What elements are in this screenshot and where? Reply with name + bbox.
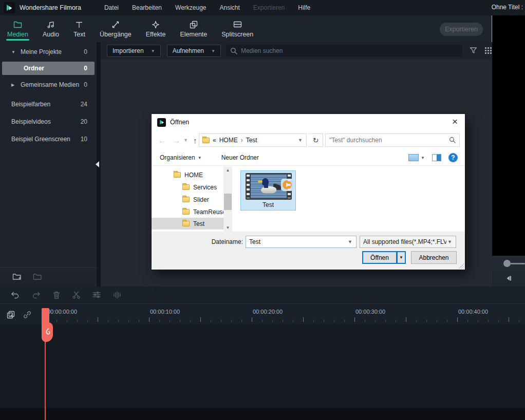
add-to-track-icon[interactable] [6,310,15,319]
tree-scrollbar[interactable]: ▲ ▼ [223,166,232,232]
filename-combobox[interactable]: ▼ [246,236,357,248]
timeline-tracks[interactable] [0,324,525,408]
sidebar-item-label: Beispiel Greenscreen [11,136,70,143]
tab-text[interactable]: Text [66,15,92,42]
sidebar-item-gemeinsame-medien[interactable]: ▶ Gemeinsame Medien 0 [2,78,95,91]
import-button[interactable]: Importieren ▼ [107,45,161,57]
up-icon[interactable]: ↑ [193,136,197,145]
menu-ansicht[interactable]: Ansicht [213,4,247,11]
sidebar-item-meine-projekte[interactable]: ▼ Meine Projekte 0 [2,45,95,59]
tree-item-test[interactable]: Test [152,218,223,230]
filename-input[interactable] [249,238,344,245]
grid-view-icon[interactable] [484,47,492,55]
audio-sync-icon [113,291,122,300]
folder-icon [182,184,190,190]
tree-item-home[interactable]: HOME [152,169,223,181]
record-button[interactable]: Aufnehmen ▼ [167,45,221,57]
tab-elemente[interactable]: Elemente [173,15,214,42]
new-folder-icon[interactable] [12,273,22,282]
back-icon[interactable]: ← [158,136,166,145]
help-icon[interactable]: ? [448,153,458,162]
dialog-search-input[interactable] [329,137,445,144]
view-switcher-button[interactable]: ▼ [408,154,425,161]
item-count: 0 [84,65,87,72]
breadcrumb-home[interactable]: HOME [219,137,238,144]
chevron-down-icon: ▼ [211,49,215,53]
refresh-button[interactable]: ↻ [309,133,323,147]
sidebar-item-beispielvideos[interactable]: Beispielvideos 20 [2,115,95,128]
link-icon[interactable] [23,310,32,319]
sidebar-item-beispiel-greenscreen[interactable]: Beispiel Greenscreen 10 [2,132,95,146]
tree-label: Test [193,220,204,227]
timeline-ruler[interactable]: 00:00:00:00 00:00:10:00 00:00:20:00 00:0… [0,304,525,324]
dialog-search[interactable] [325,133,460,147]
ruler-ticks [46,317,525,322]
tree-label: Services [193,184,217,191]
tree-item-teamreusch[interactable]: TeamReusch [152,206,223,218]
media-search-input[interactable] [241,47,458,54]
folder-icon [182,209,190,215]
media-search[interactable] [226,45,462,57]
tree-item-slider[interactable]: Slider [152,194,223,205]
scroll-down-icon[interactable]: ▼ [223,224,232,232]
star-icon [152,20,160,29]
mixer-icon [92,291,101,300]
timeline: 00:00:00:00 00:00:10:00 00:00:20:00 00:0… [0,287,525,420]
tab-label: Elemente [180,31,207,38]
tab-effekte[interactable]: Effekte [139,15,173,42]
dialog-titlebar[interactable]: Öffnen × [152,114,465,130]
chevron-down-icon: ▼ [447,239,452,244]
breadcrumb-chevrons[interactable]: « [213,137,216,144]
duck-head [262,178,269,186]
duck-beak [258,181,262,183]
tabbar: Medien Audio Text Übergänge Effekte Elem… [0,15,492,42]
menu-bearbeiten[interactable]: Bearbeiten [125,4,168,11]
recent-locations-icon[interactable]: ▼ [183,138,188,143]
file-item-test[interactable]: Test [240,170,296,211]
scroll-up-icon[interactable]: ▲ [223,166,232,174]
export-button[interactable]: Exportieren [440,23,483,36]
menu-werkzeuge[interactable]: Werkzeuge [168,4,213,11]
open-button[interactable]: Öffnen [362,251,397,264]
collapse-sidebar-icon[interactable] [96,161,99,167]
sidebar-item-ordner[interactable]: Ordner 0 [2,62,95,75]
preview-pane-icon[interactable] [432,154,441,161]
delete-folder-icon[interactable] [33,273,42,282]
ruler-timestamp: 00:00:00:00 [47,309,77,315]
chevron-down-icon[interactable]: ▼ [348,239,352,244]
dialog-footer: Dateiname: ▼ All supported files(*.MP4;*… [152,232,465,270]
sidebar-item-beispielfarben[interactable]: Beispielfarben 24 [2,98,95,111]
tab-medien[interactable]: Medien [0,15,35,42]
file-list[interactable]: Test [232,166,465,232]
organize-button[interactable]: Organisieren ▼ [160,154,202,161]
menu-hilfe[interactable]: Hilfe [291,4,317,11]
chevron-right-icon[interactable]: ▶ [11,83,18,87]
text-icon [75,20,83,29]
tab-splitscreen[interactable]: Splitscreen [214,15,260,42]
menu-datei[interactable]: Datei [98,4,125,11]
prev-frame-icon[interactable] [504,274,513,282]
close-icon[interactable]: × [452,116,458,127]
filetype-value: All supported files(*.MP4;*.FLV;* [363,238,446,245]
tab-audio[interactable]: Audio [35,15,66,42]
resize-grip[interactable] [459,263,464,269]
breadcrumb-test[interactable]: Test [246,137,257,144]
playhead-grip[interactable] [42,322,53,342]
tab-uebergaenge[interactable]: Übergänge [92,15,139,42]
forward-icon[interactable]: → [173,136,180,145]
scrollbar-thumb[interactable] [224,194,232,210]
filter-icon[interactable] [470,47,477,55]
new-folder-button[interactable]: Neuer Ordner [221,154,259,161]
cancel-button[interactable]: Abbrechen [411,251,457,264]
breadcrumb-separator: › [241,137,243,144]
item-count: 0 [84,81,87,88]
menubar: Wondershare Filmora Datei Bearbeiten Wer… [0,0,525,15]
address-bar[interactable]: « HOME › Test ▼ [199,133,307,147]
filetype-select[interactable]: All supported files(*.MP4;*.FLV;* ▼ [360,236,456,248]
chevron-down-icon[interactable]: ▼ [298,138,303,143]
tree-item-services[interactable]: Services [152,181,223,193]
open-split-arrow[interactable]: ▼ [397,251,406,264]
undo-icon[interactable] [10,291,20,300]
chevron-down-icon[interactable]: ▼ [11,50,18,54]
zoom-slider-knob[interactable] [503,260,511,267]
